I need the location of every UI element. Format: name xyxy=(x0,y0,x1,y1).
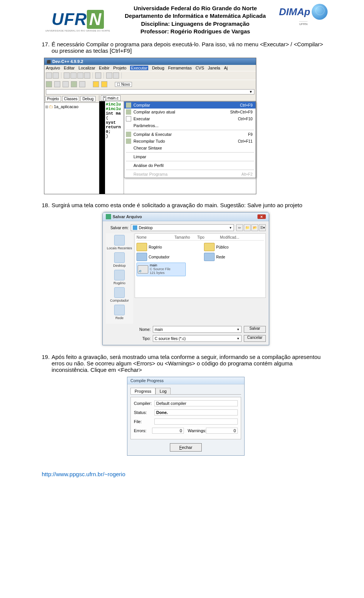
col-nome[interactable]: Nome xyxy=(136,235,174,239)
footer-link[interactable]: http://www.ppgsc.ufrn.br/~rogerio xyxy=(42,471,330,477)
place-user[interactable]: Rogério xyxy=(106,270,133,285)
menu-arquivo[interactable]: Arquivo xyxy=(46,66,60,70)
toolbar-icon[interactable] xyxy=(71,81,77,87)
user-folder-icon xyxy=(114,270,125,280)
about-icon[interactable] xyxy=(101,81,107,87)
tree-item-project[interactable]: 🗀 1a_aplicacao xyxy=(45,104,98,109)
chevron-down-icon: ▼ xyxy=(229,226,232,230)
file-item[interactable]: Computador xyxy=(136,253,196,261)
view-button[interactable]: ☰▾ xyxy=(259,224,266,231)
menu-janela[interactable]: Janela xyxy=(208,66,220,70)
menu-exibir[interactable]: Exibir xyxy=(99,66,110,70)
help-icon[interactable] xyxy=(93,81,99,87)
salvar-button[interactable]: Salvar xyxy=(244,326,266,333)
chevron-down-icon: ▼ xyxy=(237,328,240,331)
rebuild-icon xyxy=(126,138,131,144)
menu-editar[interactable]: Editar xyxy=(64,66,75,70)
toolbar-icon[interactable] xyxy=(95,72,101,79)
ide-combo[interactable]: ▼ xyxy=(46,89,254,94)
toolbar-icon[interactable] xyxy=(46,72,52,79)
chevron-down-icon: ▼ xyxy=(249,90,253,94)
dimap-word: DIMAp xyxy=(279,6,310,18)
menu-item-recompilar[interactable]: Recompilar TudoCtrl+F11 xyxy=(124,138,256,145)
sidebar-tab-classes[interactable]: Classes xyxy=(62,96,80,102)
tab-log[interactable]: Log xyxy=(155,388,171,395)
folder-icon: 🗀 xyxy=(49,104,53,109)
menu-executar[interactable]: Executar xyxy=(130,66,148,70)
place-recent[interactable]: Locais Recentes xyxy=(106,235,133,250)
menu-item-compilar[interactable]: CompilarCtrl+F9 xyxy=(124,102,256,109)
new-folder-button[interactable]: 📂 xyxy=(251,224,258,231)
cancelar-button[interactable]: Cancelar xyxy=(244,335,266,342)
place-desktop[interactable]: Desktop xyxy=(106,252,133,268)
toolbar-icon[interactable] xyxy=(71,72,77,79)
file-item[interactable]: Rede xyxy=(204,253,264,261)
warnings-value: 0 xyxy=(206,428,238,434)
menu-item-resetar: Resetar ProgramaAlt+F2 xyxy=(124,171,256,178)
toolbar-icon[interactable] xyxy=(46,81,52,87)
logo-ufrn-subtitle: UNIVERSIDADE FEDERAL DO RIO GRANDE DO NO… xyxy=(46,30,110,32)
toolbar-icon[interactable] xyxy=(79,81,85,87)
code-area: #inclu #inclu int ma { syst return 0; } xyxy=(105,101,124,194)
fechar-button[interactable]: Fechar xyxy=(170,443,202,452)
toolbar-icon[interactable] xyxy=(64,72,70,79)
compile-icon xyxy=(126,109,131,115)
compile-run-icon xyxy=(126,132,131,137)
menu-item-compilar-atual[interactable]: Compilar arquivo atualShift+Ctrl+F9 xyxy=(124,109,256,115)
sidebar-tab-debug[interactable]: Debug xyxy=(80,96,95,102)
menu-item-executar[interactable]: ExecutarCtrl+F10 xyxy=(124,115,256,122)
header-line-3: Disciplina: Linguagens de Programação xyxy=(114,20,277,28)
list-item-17: 17. É necessário Compilar o programa par… xyxy=(42,41,330,54)
col-tipo[interactable]: Tipo xyxy=(197,235,220,239)
toolbar-icon[interactable] xyxy=(53,72,59,79)
up-button[interactable]: 📁 xyxy=(244,224,251,231)
toolbar-icon[interactable] xyxy=(77,72,83,79)
list-item-18: 18. Surgirá uma tela como esta onde é so… xyxy=(42,202,330,208)
nome-input[interactable]: main▼ xyxy=(153,326,242,333)
file-item[interactable]: Rogério xyxy=(136,243,196,251)
col-modif[interactable]: Modificad... xyxy=(220,235,239,239)
menu-item-analise[interactable]: Análise do Perfil xyxy=(124,162,256,169)
close-button[interactable]: × xyxy=(257,214,266,219)
save-in-combo[interactable]: Desktop▼ xyxy=(131,224,234,231)
errors-value: 0 xyxy=(152,428,184,434)
network-icon xyxy=(114,305,125,315)
toolbar-icon[interactable] xyxy=(113,72,119,79)
toolbar-icon[interactable] xyxy=(84,72,90,79)
menu-item-checar[interactable]: Checar Sintaxe xyxy=(124,145,256,151)
desktop-icon xyxy=(114,252,125,263)
place-computer[interactable]: Computador xyxy=(106,287,133,302)
tab-progress[interactable]: Progress xyxy=(130,388,155,395)
menu-debug[interactable]: Debug xyxy=(152,66,164,70)
menu-item-parametros[interactable]: Parâmetros... xyxy=(124,122,256,129)
item-number: 17. xyxy=(42,41,52,54)
menu-projeto[interactable]: Projeto xyxy=(113,66,127,70)
col-tamanho[interactable]: Tamanho xyxy=(174,235,197,239)
menu-localizar[interactable]: Localizar xyxy=(78,66,95,70)
toolbar-icon[interactable] xyxy=(106,72,112,79)
tipo-combo[interactable]: C source files (*.c)▼ xyxy=(153,335,242,342)
place-network[interactable]: Rede xyxy=(106,305,133,320)
back-button[interactable]: ⇦ xyxy=(236,224,243,231)
toolbar-icon[interactable] xyxy=(63,81,69,87)
menu-cvs[interactable]: CVS xyxy=(196,66,204,70)
menu-ferramentas[interactable]: Ferramentas xyxy=(168,66,191,70)
editor-tab[interactable]: [*] main.c xyxy=(101,95,121,101)
dimap-small: UFRN xyxy=(299,21,308,26)
header-line-2: Departamento de Informática e Matemática… xyxy=(114,12,277,20)
menu-ajuda[interactable]: Aj xyxy=(224,66,228,70)
item-text: É necessário Compilar o programa para de… xyxy=(52,41,330,54)
menu-item-limpar[interactable]: Limpar xyxy=(124,153,256,160)
file-item[interactable]: Público xyxy=(204,243,264,251)
list-item-19: 19. Após feito a gravação, será mostrado… xyxy=(42,354,330,373)
cp-title: Compile Progress xyxy=(127,377,244,384)
nome-label: Nome: xyxy=(135,327,151,332)
novo-button[interactable]: ☐ Novo xyxy=(115,82,132,87)
file-item-selected[interactable]: .C mainC Source File121 bytes xyxy=(136,263,186,276)
compiler-label: Compiler: xyxy=(134,401,154,406)
toolbar-icon[interactable] xyxy=(54,81,60,87)
menu-item-compilar-executar[interactable]: Compilar & ExecutarF9 xyxy=(124,131,256,138)
sidebar-tab-projeto[interactable]: Projeto xyxy=(45,96,61,102)
ide-sidebar: Projeto Classes Debug 🗀 1a_aplicacao xyxy=(44,95,99,194)
item-number: 19. xyxy=(42,354,52,373)
